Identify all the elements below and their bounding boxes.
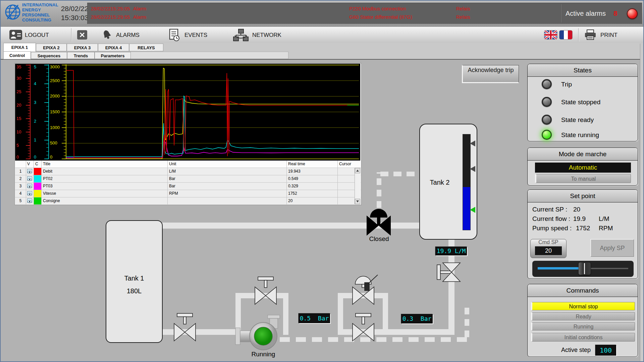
visibility-eye-icon	[27, 184, 32, 188]
level-high-marker	[470, 140, 475, 146]
tab-epixa-2[interactable]: EPIXA 2	[36, 44, 67, 51]
pump-status-label: Running	[247, 351, 280, 358]
initial-conditions-button[interactable]: Initial conditions	[531, 333, 635, 342]
legend-row[interactable]: 5 Consigne 20	[15, 197, 361, 204]
company-logo-text: INTERNATIONAL ENERGY PERSONNEL CONSULTIN…	[22, 2, 58, 22]
current-flow-unit: L/M	[599, 215, 609, 223]
svg-text:2500: 2500	[50, 78, 60, 83]
logout-badge-icon[interactable]	[9, 30, 22, 40]
manual-valve-main-line	[353, 313, 374, 341]
col-unit: Unit	[168, 161, 287, 168]
series-unit	[168, 197, 287, 204]
series-color-swatch	[34, 197, 41, 204]
scroll-up-button[interactable]	[355, 168, 360, 173]
alarm-message: P220 Modbus connection	[349, 6, 406, 11]
series-cursor-value	[338, 175, 355, 182]
state-stopped-label: State stopped	[561, 99, 600, 106]
mode-panel-title: Mode de marche	[528, 148, 638, 161]
active-step-label: Active step	[561, 347, 591, 354]
legend-header-row: V C Title Unit Real time Cursor	[15, 161, 361, 168]
logout-button[interactable]: LOGOUT	[25, 32, 49, 39]
network-icon[interactable]	[233, 29, 249, 42]
trip-led	[542, 79, 552, 89]
scroll-down-button[interactable]	[355, 199, 360, 204]
legend-row[interactable]: 4 Vitesse RPM 1752	[15, 190, 361, 197]
subtab-sequences[interactable]: Sequences	[31, 52, 67, 59]
divider	[578, 28, 579, 42]
series-color-swatch	[34, 175, 41, 182]
alarms-button[interactable]: ALARMS	[116, 32, 140, 39]
slider-handle[interactable]	[579, 262, 591, 275]
visibility-eye-icon	[27, 176, 32, 181]
pump-speed-label: Pump speed :	[532, 225, 572, 232]
print-button[interactable]: PRINT	[600, 32, 618, 39]
tab-strip: EPIXA 1 EPIXA 2 EPIXA 3 EPIXA 4 RELAYS C…	[1, 43, 644, 60]
series-cursor-value	[338, 183, 355, 190]
series-title: Debit	[42, 168, 168, 175]
series-realtime-value: 1752	[287, 190, 338, 197]
svg-text:500: 500	[50, 140, 57, 145]
legend-row[interactable]: 1 Debit L/M 19.943	[15, 168, 361, 175]
events-button[interactable]: EVENTS	[184, 32, 207, 39]
svg-text:2000: 2000	[50, 94, 60, 99]
current-flow-value: 19.9	[573, 215, 586, 223]
tab-epixa-3[interactable]: EPIXA 3	[67, 44, 98, 51]
setpoint-panel: Set point Current SP : 20 Current flow :…	[527, 189, 638, 279]
control-valve-actuated	[353, 275, 378, 304]
legend-scrollbar[interactable]	[355, 168, 361, 204]
svg-text:10: 10	[16, 129, 21, 134]
commands-panel: Commands Normal stop Ready Running Initi…	[527, 284, 638, 357]
print-icon[interactable]	[584, 29, 596, 40]
language-french-flag-icon[interactable]	[559, 30, 573, 40]
tank2-label: Tank 2	[425, 179, 455, 186]
svg-text:25: 25	[16, 89, 21, 94]
current-sp-value: 20	[573, 206, 580, 213]
network-button[interactable]: NETWORK	[252, 32, 281, 39]
alarm-bell-icon[interactable]	[101, 29, 113, 41]
ready-button[interactable]: Ready	[531, 312, 635, 320]
legend-table: V C Title Unit Real time Cursor 1 Debit …	[15, 161, 361, 204]
legend-row[interactable]: 2 PT02 Bar 0.549	[15, 175, 361, 182]
svg-text:3000: 3000	[50, 64, 60, 69]
language-english-flag-icon[interactable]	[544, 30, 557, 40]
legend-row[interactable]: 3 PT03 Bar 0.329	[15, 182, 361, 190]
col-color: C	[34, 161, 42, 168]
events-log-icon[interactable]	[168, 29, 180, 42]
alarm-ticker[interactable]: 28/02/22 15:25:05 Alarm P220 Modbus conn…	[87, 3, 642, 24]
acknowledge-trip-button[interactable]: Acknowledge trip	[462, 65, 519, 83]
apply-sp-button[interactable]: Apply SP	[590, 239, 634, 257]
setpoint-slider[interactable]	[532, 261, 634, 277]
series-realtime-value: 19.943	[287, 168, 338, 175]
header-bar: INTERNATIONAL ENERGY PERSONNEL CONSULTIN…	[1, 1, 644, 27]
series-color-swatch	[34, 183, 41, 190]
tank2: Tank 2	[419, 124, 477, 240]
svg-text:1000: 1000	[50, 125, 60, 130]
subtab-parameters[interactable]: Parameters	[95, 52, 131, 59]
running-button[interactable]: Running	[531, 322, 635, 330]
current-sp-label: Current SP :	[532, 206, 567, 213]
alarm-message: G60 Stator differential (87G)	[349, 14, 412, 20]
close-icon[interactable]	[77, 30, 87, 40]
tab-relays[interactable]: RELAYS	[129, 44, 163, 51]
cmd-sp-button[interactable]: Cmd SP 20	[530, 239, 567, 258]
col-realtime: Real time	[287, 161, 338, 168]
tab-epixa-1[interactable]: EPIXA 1	[3, 43, 36, 52]
series-cursor-value	[338, 168, 355, 175]
tab-epixa-4[interactable]: EPIXA 4	[98, 44, 129, 51]
tank1-label: Tank 1	[106, 275, 162, 282]
svg-text:20: 20	[16, 103, 21, 108]
alarm-time: 15:25:05	[110, 6, 130, 11]
to-manual-button[interactable]: To manual	[535, 174, 631, 183]
series-cursor-value	[338, 190, 355, 197]
svg-text:5: 5	[34, 64, 36, 69]
active-alarms-count: 8	[613, 9, 618, 17]
visibility-eye-icon	[27, 169, 32, 173]
alarm-row[interactable]: 28/02/22 15:25:05 Alarm P220 Modbus conn…	[88, 6, 557, 13]
series-title: Vitesse	[42, 190, 168, 197]
subtab-trends[interactable]: Trends	[67, 52, 95, 59]
alarm-source: Relais	[456, 14, 470, 20]
subtab-control[interactable]: Control	[3, 51, 31, 59]
current-flow-label: Current flow :	[532, 215, 570, 222]
alarm-row[interactable]: 28/02/22 15:29:55 Alarm G60 Stator diffe…	[88, 14, 557, 21]
normal-stop-button[interactable]: Normal stop	[531, 302, 635, 310]
